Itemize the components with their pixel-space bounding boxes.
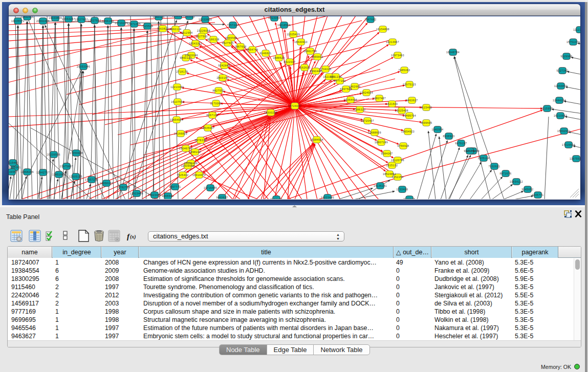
svg-text:2718176: 2718176 xyxy=(177,70,188,73)
svg-text:9084067: 9084067 xyxy=(381,152,393,155)
svg-text:8454749: 8454749 xyxy=(247,48,258,51)
svg-text:12923448: 12923448 xyxy=(130,192,143,195)
svg-text:16120746: 16120746 xyxy=(391,159,404,162)
svg-text:14136141: 14136141 xyxy=(374,184,387,187)
svg-text:19654923: 19654923 xyxy=(401,130,415,133)
svg-text:6497508: 6497508 xyxy=(340,87,352,91)
svg-text:20053346: 20053346 xyxy=(77,65,90,68)
svg-text:8267130: 8267130 xyxy=(207,114,219,117)
svg-text:9427342: 9427342 xyxy=(464,149,476,152)
svg-text:7386322: 7386322 xyxy=(354,108,366,111)
svg-text:9463627: 9463627 xyxy=(406,99,418,102)
svg-text:7625402: 7625402 xyxy=(177,173,189,177)
svg-text:9465546: 9465546 xyxy=(226,36,237,39)
svg-text:9756928: 9756928 xyxy=(398,144,409,147)
svg-text:8471676: 8471676 xyxy=(500,172,512,175)
svg-text:8938923: 8938923 xyxy=(443,135,455,138)
svg-text:10653267: 10653267 xyxy=(62,17,75,20)
svg-text:10973493: 10973493 xyxy=(391,54,404,57)
svg-text:6734028: 6734028 xyxy=(320,68,332,71)
svg-text:7485063: 7485063 xyxy=(399,69,410,72)
svg-text:3912954: 3912954 xyxy=(181,31,193,34)
svg-text:1621600: 1621600 xyxy=(386,102,398,105)
svg-text:7663822: 7663822 xyxy=(184,16,195,18)
svg-text:18300295: 18300295 xyxy=(264,111,277,114)
svg-text:11451942: 11451942 xyxy=(52,173,66,176)
svg-text:1615132: 1615132 xyxy=(386,164,398,167)
svg-text:16210643: 16210643 xyxy=(554,114,567,117)
svg-text:16154838: 16154838 xyxy=(376,28,389,31)
svg-text:12444154: 12444154 xyxy=(553,99,566,102)
svg-text:15751074: 15751074 xyxy=(567,40,580,43)
svg-text:9146821: 9146821 xyxy=(260,52,272,55)
svg-text:19218506: 19218506 xyxy=(277,24,291,27)
svg-text:23226058: 23226058 xyxy=(197,29,210,32)
svg-text:9527500: 9527500 xyxy=(196,35,208,38)
svg-text:12093873: 12093873 xyxy=(554,84,568,87)
svg-text:8322037: 8322037 xyxy=(284,60,296,63)
svg-text:9329966: 9329966 xyxy=(561,55,573,58)
svg-text:9134557: 9134557 xyxy=(9,170,17,173)
svg-text:9227342: 9227342 xyxy=(557,69,569,72)
svg-text:11527602: 11527602 xyxy=(88,19,101,22)
svg-text:12023445: 12023445 xyxy=(321,196,334,199)
svg-text:2867608: 2867608 xyxy=(235,45,247,48)
svg-text:7515526: 7515526 xyxy=(142,25,154,28)
svg-text:9657771: 9657771 xyxy=(169,185,181,188)
svg-text:9245652: 9245652 xyxy=(522,188,534,191)
svg-text:9777169: 9777169 xyxy=(271,198,282,199)
svg-text:11509948: 11509948 xyxy=(181,164,194,167)
svg-text:12505135: 12505135 xyxy=(69,175,82,178)
svg-text:10654112: 10654112 xyxy=(510,180,523,183)
svg-text:2803144: 2803144 xyxy=(217,76,229,79)
svg-text:16648784: 16648784 xyxy=(446,51,460,54)
svg-text:8186328: 8186328 xyxy=(208,38,220,41)
svg-text:1162615: 1162615 xyxy=(299,66,311,69)
svg-text:23975887: 23975887 xyxy=(60,165,73,168)
svg-text:9115460: 9115460 xyxy=(421,106,432,109)
svg-text:17359938: 17359938 xyxy=(70,151,83,155)
svg-text:9242845: 9242845 xyxy=(219,64,230,67)
svg-text:16961758: 16961758 xyxy=(303,50,317,53)
svg-text:20691406: 20691406 xyxy=(36,19,50,23)
svg-text:6479197: 6479197 xyxy=(455,142,467,145)
svg-text:11527602: 11527602 xyxy=(75,18,88,21)
svg-text:10923446: 10923446 xyxy=(148,193,161,196)
svg-text:12213967: 12213967 xyxy=(386,40,399,43)
svg-text:8131054: 8131054 xyxy=(172,16,184,17)
svg-text:1252254: 1252254 xyxy=(392,176,404,179)
svg-text:9245771: 9245771 xyxy=(532,193,544,196)
svg-text:9160124: 9160124 xyxy=(153,16,165,18)
svg-text:9699695: 9699695 xyxy=(404,198,416,199)
svg-text:19495764: 19495764 xyxy=(403,114,416,117)
svg-text:31824554: 31824554 xyxy=(360,91,373,94)
svg-text:6466160: 6466160 xyxy=(102,19,114,23)
svg-text:11325419: 11325419 xyxy=(287,33,300,36)
svg-text:11568296: 11568296 xyxy=(20,170,34,173)
svg-text:9699695: 9699695 xyxy=(421,121,432,124)
svg-text:8215955: 8215955 xyxy=(541,107,553,110)
svg-text:2087682: 2087682 xyxy=(365,18,377,21)
svg-text:15692971: 15692971 xyxy=(557,129,571,133)
svg-text:14035572: 14035572 xyxy=(11,19,25,23)
svg-text:10958107: 10958107 xyxy=(100,182,113,185)
svg-text:16914479: 16914479 xyxy=(192,173,206,177)
svg-text:10025438: 10025438 xyxy=(395,109,408,112)
svg-text:12975115: 12975115 xyxy=(403,83,416,86)
svg-text:17016504: 17016504 xyxy=(562,143,575,146)
svg-text:1170063: 1170063 xyxy=(210,102,222,105)
svg-text:16782759: 16782759 xyxy=(117,186,130,189)
svg-text:8813054: 8813054 xyxy=(269,16,280,19)
svg-text:8427552: 8427552 xyxy=(213,89,225,92)
svg-text:16640910: 16640910 xyxy=(294,40,308,43)
svg-text:16543362: 16543362 xyxy=(189,42,202,45)
svg-text:2935114: 2935114 xyxy=(478,157,490,160)
svg-text:10688609: 10688609 xyxy=(368,131,381,134)
svg-text:17957225: 17957225 xyxy=(85,178,98,181)
svg-text:7357224: 7357224 xyxy=(227,24,239,27)
svg-text:11123456: 11123456 xyxy=(573,28,580,31)
svg-text:19033809: 19033809 xyxy=(49,16,62,19)
svg-text:15720407: 15720407 xyxy=(361,119,374,122)
svg-text:16107552: 16107552 xyxy=(171,100,184,103)
svg-text:10719155: 10719155 xyxy=(115,21,128,25)
